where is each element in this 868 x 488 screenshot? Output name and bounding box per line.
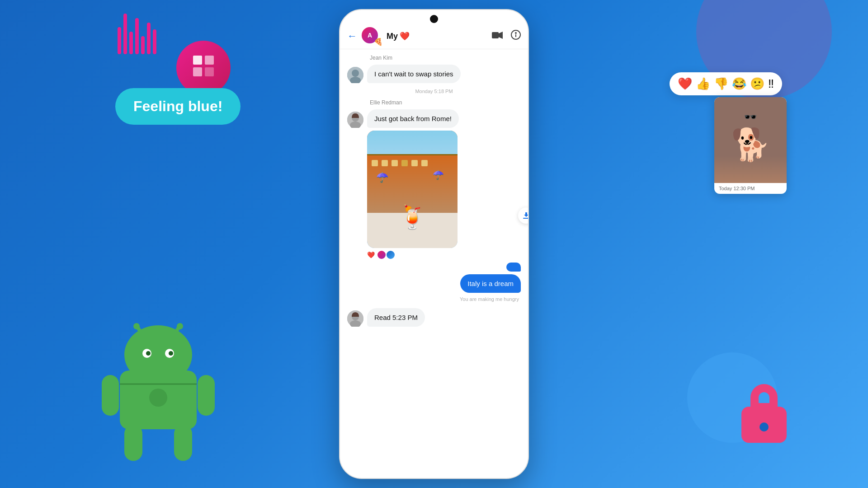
chat-name-text: My (387, 32, 398, 41)
svg-point-19 (149, 389, 167, 407)
svg-rect-3 (205, 67, 214, 76)
reaction-laugh[interactable]: 😂 (732, 77, 746, 91)
sender-label-jean: Jean Kim (370, 55, 521, 61)
phone-notch (340, 10, 528, 23)
chat-name: My ❤️ (387, 31, 487, 41)
sound-waves (118, 9, 156, 54)
chat-name-emoji: ❤️ (400, 31, 410, 41)
svg-point-15 (146, 351, 151, 356)
photo-drink: 🍹 (398, 204, 426, 230)
pink-lock (741, 384, 787, 443)
message-row-1: I can't wait to swap stories (347, 65, 521, 83)
message-row-sent-1 (347, 263, 521, 272)
wave-bar-6 (147, 23, 151, 54)
msg-text-jean: I can't wait to swap stories (374, 70, 453, 78)
back-button[interactable]: ← (347, 30, 357, 42)
lock-keyhole (760, 422, 769, 432)
svg-rect-7 (198, 375, 215, 416)
wave-bar-4 (135, 18, 139, 54)
svg-rect-4 (124, 425, 142, 461)
svg-rect-1 (205, 56, 214, 65)
bm-icon (176, 41, 231, 95)
message-row-sent-2: Italy is a dream (347, 274, 521, 293)
bm-label (192, 55, 215, 81)
reaction-avatar-2 (386, 250, 396, 260)
info-icon[interactable] (511, 30, 521, 42)
phone: ← A 🍕 My ❤️ (339, 9, 529, 479)
svg-point-24 (515, 33, 516, 33)
reaction-avatar-1 (377, 250, 387, 260)
header-avatar-group: A 🍕 (362, 27, 382, 45)
video-call-icon[interactable] (492, 30, 503, 42)
android-robot (99, 321, 217, 465)
svg-rect-31 (523, 218, 528, 219)
photo-scene: 🍹 ☂️ ☂️ (367, 131, 458, 248)
chat-image: 🍹 ☂️ ☂️ (367, 131, 458, 248)
msg-bubble-ellie-1: Just got back from Rome! (367, 109, 459, 128)
avatar-letter: A (368, 32, 372, 39)
header-icons (492, 30, 521, 42)
chat-header: ← A 🍕 My ❤️ (340, 23, 528, 49)
message-row-2: Just got back from Rome! (347, 109, 521, 128)
dog-card-footer: Today 12:30 PM (714, 183, 787, 194)
feeling-blue-text: Feeling blue! (133, 98, 222, 114)
msg-bubble-sent-2: Italy is a dream (460, 274, 521, 293)
svg-marker-21 (499, 32, 503, 39)
dog-card: 🐕 🕶️ Today 12:30 PM (714, 97, 787, 194)
sender-label-ellie-1: Ellie Redman (370, 99, 521, 106)
svg-rect-6 (102, 375, 119, 416)
svg-rect-5 (174, 425, 192, 461)
reaction-thumbsup[interactable]: 👍 (696, 77, 710, 91)
camera-dot (430, 15, 438, 23)
reaction-heart-emoji: ❤️ (367, 251, 375, 258)
wave-bar-1 (118, 27, 121, 54)
svg-rect-20 (492, 32, 499, 38)
lock-body (741, 407, 787, 443)
svg-point-17 (169, 351, 173, 356)
timestamp-monday: Monday 5:18 PM (347, 89, 521, 94)
msg-text-last: Read 5:23 PM (374, 314, 418, 321)
chat-messages: Jean Kim I can't wait to swap stories Mo… (340, 49, 528, 478)
msg-bubble-last: Read 5:23 PM (367, 308, 425, 327)
msg-text-ellie-1: Just got back from Rome! (374, 115, 452, 122)
reaction-exclamation[interactable]: ‼️ (768, 77, 774, 91)
svg-point-26 (352, 70, 359, 77)
msg-avatar-jean (347, 67, 363, 83)
svg-point-9 (124, 325, 192, 384)
msg-text-sent-2: Italy is a dream (467, 280, 514, 287)
reaction-heart[interactable]: ❤️ (678, 77, 692, 91)
dog-image: 🐕 🕶️ (714, 97, 787, 183)
msg-avatar-ellie (347, 112, 363, 128)
svg-point-13 (177, 323, 183, 329)
emoji-reaction-bar: ❤️ 👍 👎 😂 😕 ‼️ (670, 72, 782, 95)
msg-bubble-sent-1 (506, 263, 521, 272)
reaction-confused[interactable]: 😕 (750, 77, 764, 91)
msg-avatar-ellie-2 (347, 310, 363, 327)
svg-rect-2 (193, 67, 202, 76)
wave-bar-7 (153, 29, 156, 54)
dog-card-timestamp: Today 12:30 PM (719, 186, 755, 191)
wave-bar-3 (129, 32, 133, 54)
feeling-blue-bubble: Feeling blue! (115, 88, 241, 125)
msg-bubble-jean: I can't wait to swap stories (367, 65, 461, 83)
reaction-row: ❤️ (367, 250, 521, 260)
image-message: 🍹 ☂️ ☂️ ❤️ (367, 131, 521, 260)
message-row-last: Read 5:23 PM (347, 308, 521, 327)
svg-point-11 (133, 323, 140, 329)
svg-rect-0 (193, 56, 202, 65)
download-button[interactable] (518, 207, 528, 224)
wave-bar-5 (141, 36, 145, 54)
reaction-thumbsdown[interactable]: 👎 (714, 77, 728, 91)
wave-bar-2 (123, 14, 127, 54)
read-status: You are making me hungry (347, 296, 519, 302)
avatar-pizza-emoji: 🍕 (374, 38, 383, 46)
